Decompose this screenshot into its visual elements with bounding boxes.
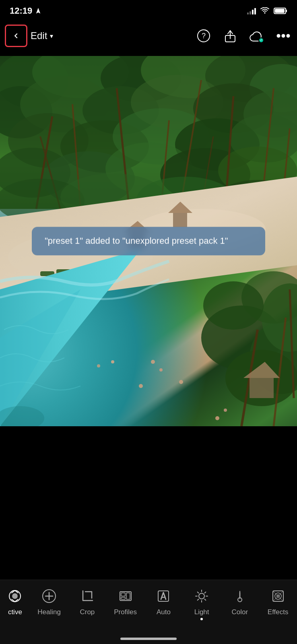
back-button[interactable]: [5, 25, 27, 47]
tool-item-light[interactable]: Light: [186, 587, 218, 620]
share-icon: [224, 29, 236, 43]
active-icon: [8, 589, 22, 603]
help-icon: ?: [197, 29, 210, 43]
svg-marker-53: [173, 213, 187, 227]
svg-point-63: [179, 380, 183, 384]
effects-icon-wrap: [269, 587, 287, 605]
bottom-toolbar: ctive Healing Crop: [0, 580, 297, 644]
photo-canvas: "preset 1" added to "unexplored preset p…: [0, 56, 297, 426]
tools-list: ctive Healing Crop: [0, 580, 297, 620]
svg-rect-88: [121, 593, 125, 596]
edit-caret: ▾: [50, 32, 53, 40]
photo-area: "preset 1" added to "unexplored preset p…: [0, 50, 297, 432]
edit-label: Edit: [31, 30, 47, 41]
more-icon: [276, 34, 290, 38]
signal-icon: [247, 7, 256, 14]
auto-icon-wrap: [155, 587, 172, 605]
svg-point-8: [277, 35, 280, 37]
svg-point-65: [224, 409, 227, 412]
crop-icon-wrap: [78, 587, 96, 605]
svg-line-98: [198, 592, 199, 593]
svg-point-64: [215, 416, 219, 420]
crop-icon: [80, 588, 95, 604]
tool-item-profiles[interactable]: Profiles: [109, 587, 142, 616]
svg-line-100: [205, 592, 206, 593]
light-icon-wrap: [193, 587, 210, 605]
svg-point-59: [151, 360, 155, 364]
status-time: 12:19: [10, 6, 42, 16]
svg-rect-104: [239, 592, 241, 599]
toast-notification: "preset 1" added to "unexplored preset p…: [32, 227, 265, 256]
svg-point-61: [139, 384, 143, 388]
top-toolbar: Edit ▾ ?: [0, 22, 297, 50]
svg-marker-78: [250, 378, 274, 398]
tool-item-crop[interactable]: Crop: [71, 587, 103, 616]
tool-item-healing[interactable]: Healing: [33, 587, 65, 616]
light-icon: [194, 588, 209, 604]
color-icon-wrap: [231, 587, 249, 605]
effects-icon: [270, 588, 286, 604]
toast-text: "preset 1" added to "unexplored preset p…: [45, 236, 228, 246]
svg-point-93: [199, 593, 204, 599]
crop-label: Crop: [80, 608, 95, 616]
tool-item-effects[interactable]: Effects: [262, 587, 294, 616]
tool-item-active[interactable]: ctive: [3, 587, 27, 616]
active-label: ctive: [8, 608, 22, 616]
mid-black-area: [0, 432, 297, 589]
svg-text:?: ?: [202, 32, 206, 40]
profiles-label: Profiles: [114, 608, 137, 616]
svg-point-60: [159, 368, 163, 372]
svg-point-0: [264, 12, 266, 14]
toolbar-right: ?: [195, 27, 292, 45]
profiles-icon-wrap: [117, 587, 134, 605]
color-icon: [232, 588, 248, 604]
svg-rect-90: [126, 593, 130, 599]
status-icons: [247, 7, 287, 14]
status-bar: 12:19: [0, 0, 297, 22]
auto-label: Auto: [157, 608, 171, 616]
home-indicator: [120, 638, 177, 640]
svg-rect-2: [286, 10, 287, 12]
toolbar-left: Edit ▾: [5, 25, 53, 47]
svg-point-81: [0, 406, 44, 426]
battery-icon: [274, 7, 287, 14]
cloud-synced-badge: [258, 37, 264, 43]
svg-point-10: [287, 35, 290, 37]
svg-point-62: [111, 360, 114, 363]
help-button[interactable]: ?: [195, 27, 212, 45]
auto-icon: [156, 588, 171, 604]
svg-line-99: [205, 599, 206, 601]
svg-point-66: [97, 364, 100, 367]
profiles-icon: [118, 588, 133, 604]
tool-item-auto[interactable]: Auto: [147, 587, 179, 616]
healing-icon-wrap: [40, 587, 58, 605]
color-label: Color: [232, 608, 248, 616]
healing-icon: [41, 588, 57, 604]
svg-point-9: [282, 35, 285, 37]
share-button[interactable]: [221, 27, 239, 45]
svg-line-101: [198, 599, 199, 601]
healing-label: Healing: [37, 608, 61, 616]
light-label: Light: [194, 608, 209, 616]
light-active-dot: [200, 618, 203, 620]
wifi-icon: [260, 7, 270, 14]
back-icon: [12, 31, 21, 40]
svg-rect-89: [121, 597, 125, 599]
active-preset-icon: [6, 587, 24, 605]
effects-label: Effects: [268, 608, 289, 616]
location-icon: [35, 7, 42, 14]
more-button[interactable]: [274, 27, 292, 45]
cloud-sync-button[interactable]: [248, 27, 266, 45]
tool-item-color[interactable]: Color: [224, 587, 256, 616]
svg-point-83: [12, 594, 17, 599]
svg-point-74: [203, 281, 264, 330]
svg-rect-3: [275, 9, 285, 13]
